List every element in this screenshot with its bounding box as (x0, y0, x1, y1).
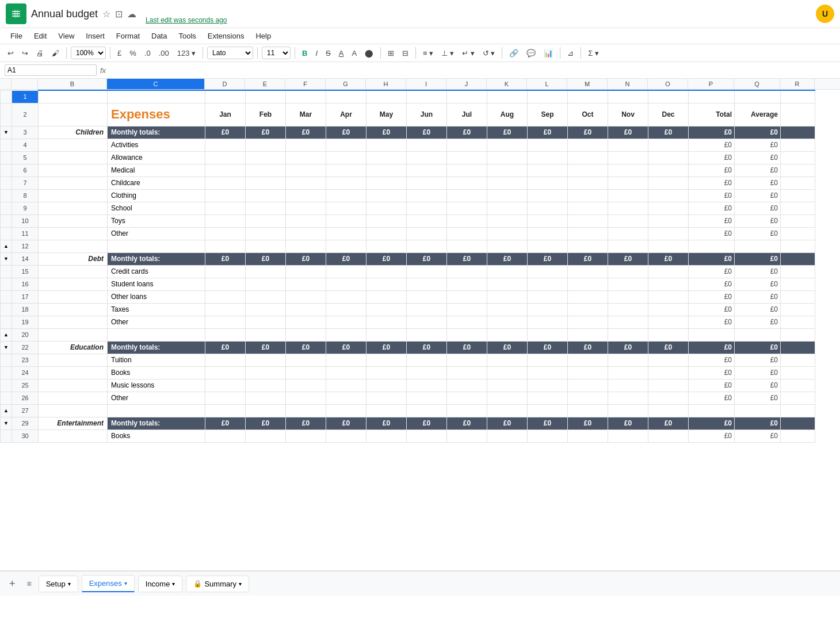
header-oct[interactable]: Oct (568, 103, 608, 126)
cell-m1[interactable] (568, 90, 608, 103)
decimal-decrease-button[interactable]: .0 (142, 48, 154, 59)
chart-button[interactable]: 📊 (541, 48, 556, 59)
children-mar[interactable]: £0 (286, 126, 326, 139)
col-header-c[interactable]: C (107, 79, 205, 89)
cell-q1[interactable] (735, 90, 781, 103)
cell-e1[interactable] (246, 90, 286, 103)
group-2[interactable] (1, 103, 12, 126)
cell-r3[interactable] (781, 126, 815, 139)
children-average[interactable]: £0 (735, 126, 781, 139)
col-header-l[interactable]: L (527, 79, 567, 89)
cell-r2[interactable] (781, 103, 815, 126)
cell-music-lessons[interactable]: Music lessons (108, 379, 205, 392)
row-num-4[interactable]: 4 (12, 139, 39, 151)
col-header-g[interactable]: G (326, 79, 366, 89)
header-apr[interactable]: Apr (326, 103, 366, 126)
strikethrough-button[interactable]: S (323, 48, 334, 59)
cell-toys[interactable]: Toys (108, 214, 205, 227)
children-oct[interactable]: £0 (568, 126, 608, 139)
children-nov[interactable]: £0 (608, 126, 648, 139)
tab-setup-arrow[interactable]: ▾ (68, 581, 71, 587)
menu-extensions[interactable]: Extensions (202, 29, 250, 43)
cell-reference[interactable] (5, 64, 97, 76)
comment-button[interactable]: 💬 (524, 48, 539, 59)
cell-b1[interactable] (39, 90, 108, 103)
cloud-icon[interactable]: ☁ (127, 9, 136, 20)
doc-title[interactable]: Annual budget (31, 8, 98, 20)
header-aug[interactable]: Aug (487, 103, 528, 126)
menu-insert[interactable]: Insert (80, 29, 110, 43)
header-jul[interactable]: Jul (447, 103, 487, 126)
menu-tools[interactable]: Tools (173, 29, 201, 43)
header-dec[interactable]: Dec (648, 103, 689, 126)
tab-expenses[interactable]: Expenses ▾ (82, 575, 135, 592)
children-jul[interactable]: £0 (447, 126, 487, 139)
entertainment-label[interactable]: Entertainment (39, 417, 108, 430)
cell-credit-cards[interactable]: Credit cards (108, 265, 205, 278)
menu-help[interactable]: Help (250, 29, 277, 43)
cell-c1[interactable] (108, 90, 205, 103)
group-4[interactable] (1, 139, 12, 151)
borders-button[interactable]: ⊞ (385, 48, 397, 59)
text-color-button[interactable]: A (349, 48, 360, 59)
children-apr[interactable]: £0 (326, 126, 366, 139)
rotate-button[interactable]: ↺ ▾ (480, 48, 498, 59)
cell-k1[interactable] (487, 90, 528, 103)
cell-p4[interactable]: £0 (689, 139, 735, 151)
debt-monthly-label[interactable]: Monthly totals: (108, 252, 205, 265)
sigma-button[interactable]: Σ ▾ (585, 48, 602, 59)
group-22[interactable]: ▼ (1, 341, 12, 354)
col-header-q[interactable]: Q (734, 79, 780, 89)
cell-books-ent[interactable]: Books (108, 430, 205, 442)
cell-b2[interactable] (39, 103, 108, 126)
col-header-i[interactable]: I (406, 79, 446, 89)
cell-medical[interactable]: Medical (108, 164, 205, 177)
row-num-1[interactable]: 1 (12, 90, 39, 103)
star-icon[interactable]: ☆ (102, 9, 110, 20)
cell-taxes[interactable]: Taxes (108, 303, 205, 316)
link-button[interactable]: 🔗 (506, 48, 521, 59)
children-jun[interactable]: £0 (407, 126, 447, 139)
header-jan[interactable]: Jan (205, 103, 246, 126)
col-header-m[interactable]: M (567, 79, 608, 89)
print-button[interactable]: 🖨 (33, 48, 47, 59)
cell-school[interactable]: School (108, 202, 205, 214)
col-header-j[interactable]: J (446, 79, 487, 89)
col-header-b[interactable]: B (38, 79, 107, 89)
children-aug[interactable]: £0 (487, 126, 528, 139)
col-header-k[interactable]: K (487, 79, 527, 89)
fill-color-button[interactable]: ⬤ (362, 48, 376, 59)
align-v-button[interactable]: ⊥ ▾ (438, 48, 457, 59)
col-header-p[interactable]: P (688, 79, 734, 89)
formula-input[interactable] (109, 66, 835, 74)
collapse-27[interactable]: ▲ (1, 404, 12, 417)
wrap-button[interactable]: ↵ ▾ (459, 48, 478, 59)
cell-other-loans[interactable]: Other loans (108, 290, 205, 303)
tab-summary-arrow[interactable]: ▾ (239, 581, 242, 587)
cell-f1[interactable] (286, 90, 326, 103)
menu-file[interactable]: File (5, 29, 28, 43)
header-average[interactable]: Average (735, 103, 781, 126)
cell-activities[interactable]: Activities (108, 139, 205, 151)
tab-expenses-arrow[interactable]: ▾ (124, 580, 127, 586)
underline-button[interactable]: A (336, 48, 347, 59)
children-jan[interactable]: £0 (205, 126, 246, 139)
bold-button[interactable]: B (299, 48, 310, 59)
history-icon[interactable]: ⊡ (115, 9, 123, 20)
children-dec[interactable]: £0 (648, 126, 689, 139)
tab-setup[interactable]: Setup ▾ (39, 576, 78, 592)
cell-n1[interactable] (608, 90, 648, 103)
header-mar[interactable]: Mar (286, 103, 326, 126)
cell-clothing[interactable]: Clothing (108, 189, 205, 202)
children-feb[interactable]: £0 (246, 126, 286, 139)
italic-button[interactable]: I (312, 48, 320, 59)
children-monthly-label[interactable]: Monthly totals: (108, 126, 205, 139)
cell-p1[interactable] (689, 90, 735, 103)
group-3[interactable]: ▼ (1, 126, 12, 139)
number-format-button[interactable]: 123 ▾ (174, 48, 198, 59)
cell-b4[interactable] (39, 139, 108, 151)
cell-q4[interactable]: £0 (735, 139, 781, 151)
cell-g1[interactable] (326, 90, 366, 103)
cell-childcare[interactable]: Childcare (108, 177, 205, 189)
col-header-h[interactable]: H (366, 79, 406, 89)
